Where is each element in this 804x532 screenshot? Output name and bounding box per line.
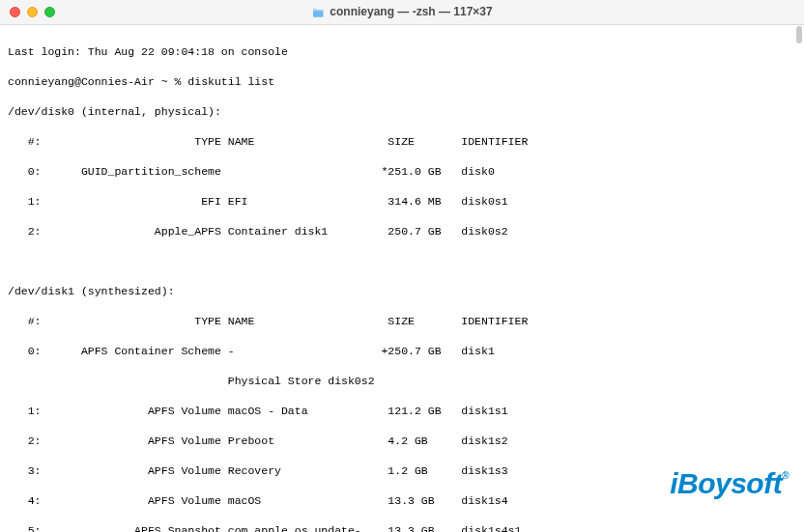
minimize-icon[interactable]	[27, 7, 38, 17]
traffic-lights	[10, 7, 55, 17]
scrollbar[interactable]	[793, 26, 803, 532]
disk-header: /dev/disk0 (internal, physical):	[8, 104, 796, 120]
terminal-output[interactable]: Last login: Thu Aug 22 09:04:18 on conso…	[0, 25, 804, 532]
disk-header: /dev/disk1 (synthesized):	[8, 284, 796, 299]
blank-line	[8, 254, 796, 269]
scroll-thumb[interactable]	[796, 26, 802, 43]
command-line: connieyang@Connies-Air ~ % diskutil list	[8, 74, 796, 90]
window-titlebar: connieyang — -zsh — 117×37	[0, 0, 804, 25]
table-row: 0: GUID_partition_scheme *251.0 GB disk0	[8, 164, 796, 180]
table-row: 1: APFS Volume macOS - Data 121.2 GB dis…	[8, 404, 796, 419]
window-title-text: connieyang — -zsh — 117×37	[330, 4, 492, 19]
folder-icon	[311, 6, 325, 19]
table-row: Physical Store disk0s2	[8, 374, 796, 389]
window-title: connieyang — -zsh — 117×37	[311, 4, 492, 19]
table-row: 4: APFS Volume macOS 13.3 GB disk1s4	[8, 493, 796, 509]
close-icon[interactable]	[10, 7, 20, 17]
column-header: #: TYPE NAME SIZE IDENTIFIER	[8, 314, 796, 329]
last-login-line: Last login: Thu Aug 22 09:04:18 on conso…	[8, 44, 796, 60]
maximize-icon[interactable]	[44, 7, 55, 17]
table-row: 2: APFS Volume Preboot 4.2 GB disk1s2	[8, 434, 796, 449]
table-row: 2: Apple_APFS Container disk1 250.7 GB d…	[8, 224, 796, 239]
table-row: 5: APFS Snapshot com.apple.os.update-...…	[8, 523, 796, 532]
table-row: 3: APFS Volume Recovery 1.2 GB disk1s3	[8, 463, 796, 479]
table-row: 1: EFI EFI 314.6 MB disk0s1	[8, 194, 796, 210]
column-header: #: TYPE NAME SIZE IDENTIFIER	[8, 134, 796, 150]
table-row: 0: APFS Container Scheme - +250.7 GB dis…	[8, 344, 796, 359]
